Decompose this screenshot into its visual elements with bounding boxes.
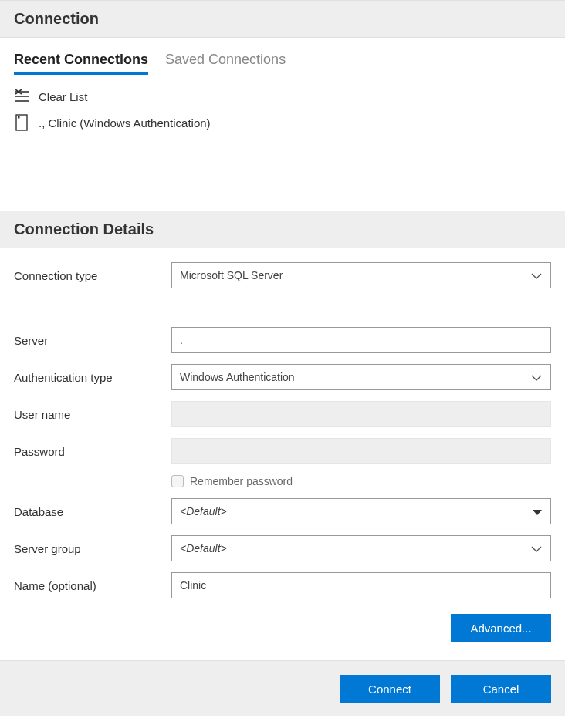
remember-password-label: Remember password: [190, 475, 293, 487]
dialog-footer: Connect Cancel: [0, 660, 565, 716]
server-input[interactable]: [171, 327, 551, 353]
details-header: Connection Details: [0, 211, 565, 248]
details-body: Connection type Server Authentication ty…: [0, 248, 565, 660]
database-select[interactable]: [171, 498, 551, 524]
clear-list-label: Clear List: [39, 90, 87, 103]
connection-title: Connection: [14, 10, 551, 28]
server-group-select[interactable]: [171, 535, 551, 561]
connection-header: Connection: [0, 0, 565, 38]
name-optional-input[interactable]: [171, 572, 551, 598]
details-title: Connection Details: [14, 221, 551, 238]
auth-type-select[interactable]: [171, 364, 551, 390]
tab-saved-connections[interactable]: Saved Connections: [165, 52, 286, 75]
details-form: Connection type Server Authentication ty…: [14, 262, 551, 642]
name-optional-label: Name (optional): [14, 579, 161, 592]
server-label: Server: [14, 334, 161, 347]
recent-connections-list: Clear List ., Clinic (Windows Authentica…: [14, 89, 551, 192]
auth-type-label: Authentication type: [14, 371, 161, 384]
database-label: Database: [14, 505, 161, 518]
clear-list-button[interactable]: Clear List: [14, 89, 551, 104]
connection-type-label: Connection type: [14, 269, 161, 282]
svg-rect-6: [18, 116, 20, 119]
recent-connection-label: ., Clinic (Windows Authentication): [39, 116, 211, 130]
connection-type-select[interactable]: [171, 262, 551, 288]
user-name-label: User name: [14, 408, 161, 421]
cancel-button[interactable]: Cancel: [451, 675, 551, 703]
recent-connection-item[interactable]: ., Clinic (Windows Authentication): [14, 115, 551, 130]
connect-button[interactable]: Connect: [340, 675, 440, 703]
advanced-button[interactable]: Advanced...: [451, 614, 551, 642]
connection-body: Recent Connections Saved Connections Cle…: [0, 38, 565, 211]
tabs: Recent Connections Saved Connections: [14, 52, 551, 75]
clear-list-icon: [14, 89, 29, 104]
password-input: [171, 438, 551, 464]
server-icon: [14, 115, 29, 130]
user-name-input: [171, 401, 551, 427]
password-label: Password: [14, 445, 161, 458]
tab-recent-connections[interactable]: Recent Connections: [14, 52, 148, 75]
remember-password-checkbox[interactable]: [171, 475, 184, 487]
server-group-label: Server group: [14, 542, 161, 555]
